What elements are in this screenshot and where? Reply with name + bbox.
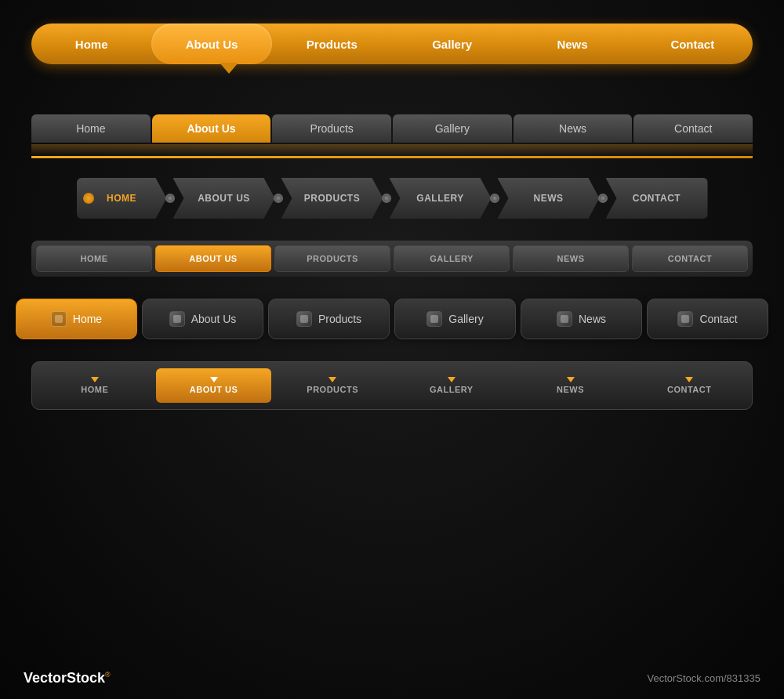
nav6-triangle-indicator	[328, 377, 336, 382]
nav5-item-label: About Us	[191, 313, 237, 325]
nav3-item-label: CONTACT	[633, 193, 681, 204]
nav5-icon-inner	[681, 315, 689, 323]
nav3-active-dot	[83, 193, 94, 204]
nav3-connector-dot	[165, 194, 175, 203]
nav2-item-news[interactable]: News	[514, 114, 633, 143]
nav5-icon-inner	[430, 315, 438, 323]
nav6-item-label: ABOUT US	[190, 385, 238, 394]
nav3-item-label: NEWS	[534, 193, 564, 204]
nav3-item-gallery[interactable]: GALLERY	[390, 178, 498, 219]
nav3-item-label: PRODUCTS	[304, 193, 360, 204]
nav2-item-contact[interactable]: Contact	[633, 114, 753, 143]
nav1-item-gallery[interactable]: Gallery	[392, 24, 512, 64]
nav3-wrapper: HOMEABOUT USPRODUCTSGALLERYNEWSCONTACT	[24, 178, 760, 219]
nav5-item-home[interactable]: Home	[16, 299, 137, 339]
nav5-item-icon	[426, 311, 442, 327]
nav6-triangle-indicator	[448, 377, 456, 382]
nav3-item-label: ABOUT US	[198, 193, 250, 204]
nav6-triangle-indicator	[685, 377, 693, 382]
nav4-item-gallery[interactable]: GALLERY	[394, 245, 510, 272]
nav5-icon-inner	[173, 315, 181, 323]
nav6: HOMEABOUT USPRODUCTSGALLERYNEWSCONTACT	[31, 361, 753, 410]
nav5-item-about-us[interactable]: About Us	[142, 299, 263, 339]
nav3-item-contact[interactable]: CONTACT	[606, 178, 708, 219]
nav4-item-products[interactable]: PRODUCTS	[274, 245, 390, 272]
nav5-item-icon	[557, 311, 572, 327]
nav3-item-about-us[interactable]: ABOUT US	[173, 178, 281, 219]
nav2-wrapper: HomeAbout UsProductsGalleryNewsContact	[31, 113, 753, 156]
nav5-item-icon	[677, 311, 693, 327]
nav5-item-products[interactable]: Products	[268, 299, 390, 339]
main-container: HomeAbout UsProductsGalleryNewsContact H…	[0, 0, 784, 699]
nav3-connector-dot	[598, 194, 608, 203]
nav6-item-products[interactable]: PRODUCTS	[274, 368, 390, 403]
nav4-item-contact[interactable]: CONTACT	[632, 245, 748, 272]
nav6-item-about-us[interactable]: ABOUT US	[156, 368, 272, 403]
nav5-icon-inner	[55, 315, 63, 323]
nav5-item-icon	[169, 311, 185, 327]
logo-text: VectorStock	[24, 670, 105, 686]
nav1: HomeAbout UsProductsGalleryNewsContact	[31, 24, 753, 64]
nav3-item-label: HOME	[107, 193, 136, 204]
nav5-item-label: Home	[73, 313, 102, 325]
nav6-item-label: PRODUCTS	[307, 385, 358, 394]
nav2-item-about-us[interactable]: About Us	[152, 114, 271, 143]
nav2-item-products[interactable]: Products	[272, 114, 391, 143]
nav5-item-icon	[296, 311, 312, 327]
nav6-triangle-indicator	[91, 377, 99, 382]
nav2-item-home[interactable]: Home	[31, 114, 151, 143]
nav3-item-products[interactable]: PRODUCTS	[281, 178, 390, 219]
nav5-item-contact[interactable]: Contact	[647, 299, 768, 339]
nav6-item-label: HOME	[81, 385, 108, 394]
nav1-item-news[interactable]: News	[512, 24, 632, 64]
nav6-item-label: GALLERY	[430, 385, 474, 394]
nav6-item-contact[interactable]: CONTACT	[631, 368, 747, 403]
nav4-item-home[interactable]: HOME	[36, 245, 152, 272]
nav5-item-news[interactable]: News	[521, 299, 642, 339]
nav6-item-label: CONTACT	[667, 385, 711, 394]
nav2: HomeAbout UsProductsGalleryNewsContact	[31, 113, 753, 144]
nav6-item-gallery[interactable]: GALLERY	[394, 368, 510, 403]
nav5-item-label: Products	[318, 313, 361, 325]
footer: VectorStock® VectorStock.com/831335	[0, 670, 784, 686]
nav4: HOMEABOUT USPRODUCTSGALLERYNEWSCONTACT	[31, 241, 753, 277]
nav5-icon-inner	[561, 315, 568, 323]
nav6-triangle-indicator	[210, 377, 218, 382]
nav4-item-about-us[interactable]: ABOUT US	[155, 245, 271, 272]
nav2-underline	[31, 156, 753, 158]
nav3-item-label: GALLERY	[416, 193, 463, 204]
nav3-item-home[interactable]: HOME	[77, 178, 173, 219]
nav3-connector-dot	[274, 194, 283, 203]
nav3-item-news[interactable]: NEWS	[498, 178, 606, 219]
nav6-item-home[interactable]: HOME	[37, 368, 153, 403]
nav5-item-icon	[51, 311, 67, 327]
nav5-item-label: Contact	[699, 313, 737, 325]
footer-logo: VectorStock®	[24, 670, 111, 686]
nav6-item-news[interactable]: NEWS	[513, 368, 629, 403]
nav6-item-label: NEWS	[557, 385, 584, 394]
nav5-item-label: News	[579, 313, 606, 325]
nav1-item-products[interactable]: Products	[272, 24, 392, 64]
nav5-item-gallery[interactable]: Gallery	[394, 299, 516, 339]
nav2-item-gallery[interactable]: Gallery	[393, 114, 512, 143]
nav1-item-about-us[interactable]: About Us	[151, 24, 271, 64]
nav3-connector-dot	[382, 194, 391, 203]
logo-trademark: ®	[105, 671, 111, 679]
nav5: HomeAbout UsProductsGalleryNewsContact	[16, 299, 768, 339]
nav4-item-news[interactable]: NEWS	[513, 245, 629, 272]
nav1-item-home[interactable]: Home	[31, 24, 151, 64]
nav2-reflection	[31, 144, 753, 156]
nav5-item-label: Gallery	[448, 313, 483, 325]
nav3-connector-dot	[490, 194, 499, 203]
nav5-icon-inner	[300, 315, 308, 323]
nav6-triangle-indicator	[567, 377, 575, 382]
nav1-item-contact[interactable]: Contact	[633, 24, 753, 64]
footer-url: VectorStock.com/831335	[647, 672, 760, 684]
